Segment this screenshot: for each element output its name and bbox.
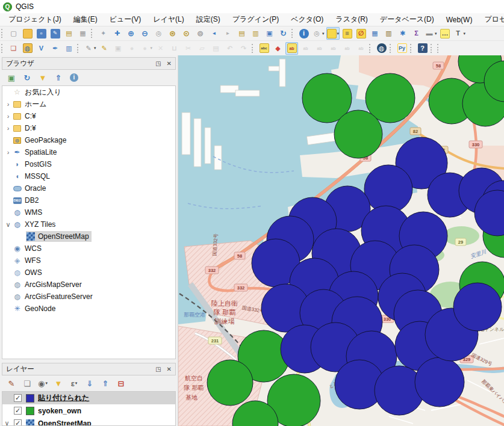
zoom-to-selection-button[interactable]: ⊙ — [180, 27, 193, 40]
toolbar-handle[interactable] — [437, 44, 441, 53]
new-project-button[interactable]: ▢ — [7, 27, 20, 40]
menu-database[interactable]: データベース(D) — [374, 13, 440, 26]
toolbar-handle[interactable] — [369, 44, 373, 53]
layer-name[interactable]: syoken_own — [38, 407, 81, 415]
layers-close-button[interactable]: ✕ — [167, 366, 172, 372]
expand-all-button[interactable]: ⇓ — [83, 377, 96, 390]
toolbar-handle[interactable] — [1, 29, 5, 38]
feature-circle-green[interactable] — [334, 110, 382, 158]
toolbar-handle[interactable] — [431, 44, 434, 53]
open-layer-styling-button[interactable]: ✎ — [5, 377, 18, 390]
help-contents-button[interactable]: ? — [416, 42, 429, 55]
properties-widget-button[interactable]: i — [67, 71, 81, 84]
show-spatial-bookmarks-button[interactable]: ▥ — [249, 27, 262, 40]
browser-item-wfs[interactable]: ◈WFS — [2, 255, 175, 267]
browser-item-mssql[interactable]: ◖MSSQL — [2, 170, 175, 182]
toolbar-handle[interactable] — [390, 44, 393, 53]
browser-item-postgis[interactable]: ◗PostGIS — [2, 158, 175, 170]
run-feature-action-button[interactable]: ◎▾ — [311, 27, 325, 40]
browser-item-favorites[interactable]: ☆お気に入り — [2, 86, 175, 98]
identify-features-button[interactable]: i — [297, 27, 310, 40]
zoom-last-button[interactable]: ◄ — [208, 27, 220, 40]
new-virtual-layer-button[interactable]: ▥ — [63, 42, 75, 55]
show-layout-manager-button[interactable]: ▦ — [76, 27, 89, 40]
layer-item-pasted[interactable]: ✓貼り付けられた — [2, 392, 175, 404]
save-project-as-button[interactable]: ✎ — [49, 27, 61, 40]
browser-close-button[interactable]: ✕ — [167, 60, 172, 67]
deselect-all-button[interactable]: ∅ — [355, 27, 367, 40]
menu-processing[interactable]: プロセッシング(C) — [478, 13, 504, 26]
python-console-button[interactable]: Py — [396, 42, 408, 55]
measure-line-button[interactable]: ▬▾ — [424, 27, 438, 40]
feature-circle-blue[interactable] — [415, 357, 464, 407]
layer-name[interactable]: 貼り付けられた — [38, 393, 89, 403]
layer-diagram-options-button[interactable]: ◆ — [272, 42, 284, 55]
field-calculator-button[interactable]: ▥ — [382, 27, 395, 40]
collapse-all-layers-button[interactable]: ⇑ — [99, 377, 112, 390]
map-canvas[interactable]: 5858585833233282823303303293293293292222… — [178, 55, 504, 426]
expander-closed-icon[interactable]: › — [4, 125, 13, 132]
expander-open-icon[interactable]: ∨ — [4, 221, 13, 229]
browser-item-wcs[interactable]: ◉WCS — [2, 242, 175, 255]
layer-item-openstreetmap[interactable]: ∨✓OpenStreetMap — [2, 417, 175, 426]
toolbar-handle[interactable] — [77, 44, 81, 53]
zoom-native-button[interactable]: ◎ — [152, 27, 165, 40]
browser-item-xyz-tiles[interactable]: ∨◍XYZ Tiles — [2, 218, 175, 230]
layer-visibility-checkbox[interactable]: ✓ — [14, 394, 22, 402]
menu-view[interactable]: ビュー(V) — [104, 13, 148, 26]
layer-color-swatch[interactable] — [26, 407, 34, 415]
filter-legend-button[interactable]: ▼ — [52, 377, 65, 390]
current-edits-button[interactable]: ✎▾ — [83, 42, 97, 55]
text-annotation-button[interactable]: T▾ — [453, 27, 467, 40]
new-spatialite-layer-button[interactable]: ✒ — [49, 42, 61, 55]
show-bookmark-manager-button[interactable]: ▣ — [263, 27, 276, 40]
toolbar-handle[interactable] — [291, 29, 295, 38]
select-features-button[interactable]: ▾ — [326, 27, 340, 40]
browser-item-openstreetmap[interactable]: OpenStreetMap — [2, 230, 175, 242]
add-group-button[interactable]: ❏ — [20, 377, 34, 390]
new-print-layout-button[interactable]: ▤ — [63, 27, 75, 40]
add-selected-layers-button[interactable]: ▣ — [5, 71, 18, 84]
browser-item-geonode[interactable]: ✳GeoNode — [2, 303, 175, 315]
pan-map-button[interactable]: ✦ — [97, 27, 110, 40]
processing-toolbox-button[interactable]: ✱ — [396, 27, 409, 40]
filter-by-expression-button[interactable]: ε▾ — [67, 377, 81, 390]
map-tips-button[interactable]: … — [439, 27, 452, 40]
toolbar-handle[interactable] — [252, 44, 255, 53]
zoom-to-layer-button[interactable]: ⊚ — [194, 27, 207, 40]
expander-closed-icon[interactable]: › — [4, 100, 13, 108]
menu-web[interactable]: Web(W) — [440, 14, 479, 26]
layer-name[interactable]: OpenStreetMap — [38, 419, 92, 426]
remove-layer-button[interactable]: ⊟ — [114, 377, 128, 390]
zoom-next-button[interactable]: ► — [222, 27, 234, 40]
browser-item-home[interactable]: ›ホーム — [2, 98, 175, 110]
browser-item-spatialite[interactable]: ›✒SpatiaLite — [2, 146, 175, 158]
menu-layer[interactable]: レイヤ(L) — [147, 13, 190, 26]
refresh-browser-button[interactable]: ↻ — [20, 71, 34, 84]
expander-closed-icon[interactable]: › — [4, 149, 13, 156]
collapse-all-button[interactable]: ⇑ — [52, 71, 65, 84]
open-attribute-table-button[interactable]: ▦ — [369, 27, 381, 40]
pan-to-selection-button[interactable]: ✚ — [111, 27, 123, 40]
layer-labeling-options-button[interactable]: abc — [258, 42, 270, 55]
select-by-value-button[interactable]: ≡ — [341, 27, 353, 40]
menu-plugins[interactable]: プラグイン(P) — [226, 13, 285, 26]
refresh-map-button[interactable]: ↻ — [277, 27, 290, 40]
data-source-manager-button[interactable]: ❏ — [7, 42, 20, 55]
zoom-out-button[interactable]: ⊖ — [138, 27, 151, 40]
zoom-full-button[interactable]: ⊛ — [166, 27, 179, 40]
manage-map-themes-button[interactable]: ◉▾ — [36, 377, 49, 390]
menu-raster[interactable]: ラスタ(R) — [329, 13, 374, 26]
layer-color-swatch[interactable] — [26, 394, 34, 403]
browser-item-ows[interactable]: ◍OWS — [2, 267, 175, 279]
new-shapefile-layer-button[interactable]: V — [35, 42, 48, 55]
expander-closed-icon[interactable]: › — [4, 113, 13, 120]
browser-item-drive-c[interactable]: ›C:¥ — [2, 110, 175, 122]
open-project-button[interactable] — [21, 27, 34, 40]
browser-item-db2[interactable]: DB2DB2 — [2, 194, 175, 206]
toggle-editing-button[interactable]: ✎ — [98, 42, 111, 55]
filter-browser-button[interactable]: ▼ — [36, 71, 49, 84]
menu-edit[interactable]: 編集(E) — [67, 13, 104, 26]
browser-item-arcgis-mapserver[interactable]: ◍ArcGisMapServer — [2, 279, 175, 291]
layer-visibility-checkbox[interactable]: ✓ — [14, 419, 22, 426]
